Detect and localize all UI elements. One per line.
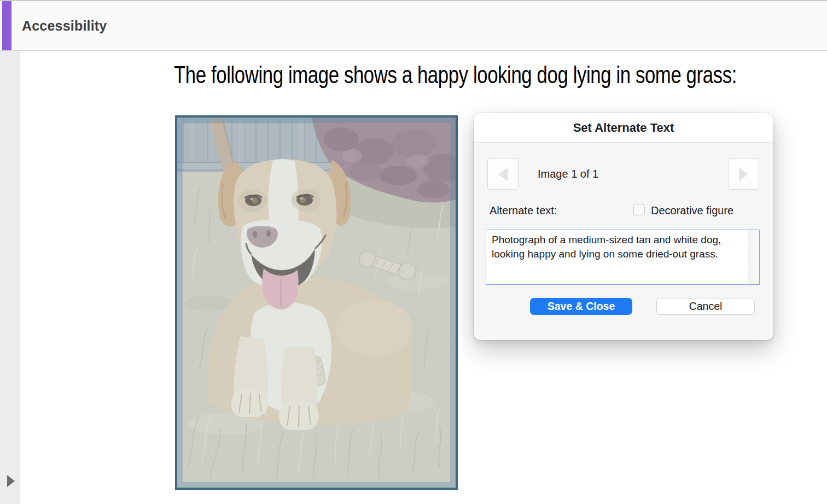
document-heading: The following image shows a happy lookin… <box>174 61 737 89</box>
decorative-figure-label: Decorative figure <box>651 204 733 217</box>
set-alternate-text-dialog: Set Alternate Text Image 1 of 1 Alternat… <box>474 113 773 340</box>
dialog-title: Set Alternate Text <box>474 113 773 143</box>
decorative-figure-checkbox[interactable] <box>633 204 645 215</box>
alternate-text-label: Alternate text: <box>490 204 557 217</box>
accent-bar <box>2 1 11 50</box>
save-and-close-button[interactable]: Save & Close <box>530 298 632 315</box>
cancel-button[interactable]: Cancel <box>656 298 755 315</box>
previous-image-button[interactable] <box>487 159 519 190</box>
app-window: Accessibility The following image shows … <box>0 0 827 504</box>
alt-text-field-frame: Photograph of a medium-sized tan and whi… <box>486 230 760 285</box>
dialog-header: Set Alternate Text <box>474 113 773 143</box>
left-rail <box>0 51 20 504</box>
dog-photo-illustration <box>177 118 456 488</box>
textarea-scrollbar[interactable] <box>748 230 759 284</box>
alt-text-input[interactable]: Photograph of a medium-sized tan and whi… <box>486 230 748 284</box>
top-bar: Accessibility <box>0 0 827 51</box>
sidebar-expander-icon[interactable] <box>7 475 15 487</box>
page-title: Accessibility <box>22 1 107 50</box>
next-image-button[interactable] <box>728 159 759 190</box>
document-image-dog[interactable] <box>175 115 458 490</box>
chevron-right-icon <box>739 168 748 181</box>
chevron-left-icon <box>498 168 508 181</box>
image-pager-label: Image 1 of 1 <box>538 159 598 190</box>
